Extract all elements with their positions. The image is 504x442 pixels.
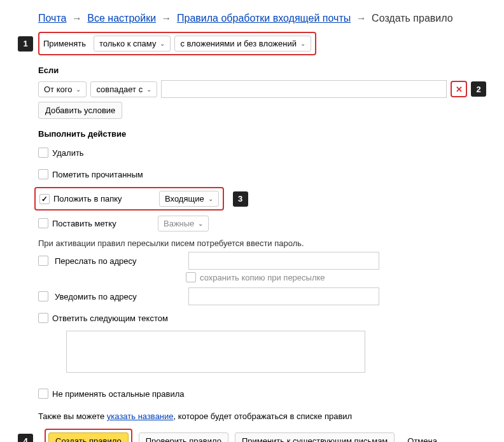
chevron-down-icon: ⌄ — [160, 40, 165, 47]
delete-checkbox[interactable] — [38, 148, 48, 158]
delete-label: Удалить — [52, 148, 84, 158]
notify-checkbox[interactable] — [38, 291, 48, 301]
apply-existing-button[interactable]: Применить к существующим письмам — [235, 432, 395, 442]
reply-checkbox[interactable] — [38, 313, 48, 323]
add-condition-button[interactable]: Добавить условие — [38, 102, 122, 119]
apply-group: Применять только к спаму ⌄ с вложениями … — [38, 32, 316, 55]
callout-1: 1 — [18, 36, 33, 52]
notify-address-input[interactable] — [188, 287, 379, 305]
label-select[interactable]: Важные ⌄ — [158, 216, 209, 231]
arrow-icon: → — [162, 13, 172, 24]
chevron-down-icon: ⌄ — [198, 220, 203, 227]
forward-address-input[interactable] — [188, 252, 379, 270]
callout-2: 2 — [471, 81, 486, 97]
chevron-down-icon: ⌄ — [146, 86, 151, 93]
condition-match-select[interactable]: совпадает с ⌄ — [90, 81, 157, 97]
notify-label: Уведомить по адресу — [55, 292, 182, 301]
forward-checkbox[interactable] — [38, 256, 48, 266]
breadcrumb-current: Создать правило — [372, 13, 453, 24]
actions-section: Выполнить действие Удалить Пометить проч… — [38, 129, 491, 421]
skip-others-label: Не применять остальные правила — [52, 389, 184, 399]
breadcrumb-settings[interactable]: Все настройки — [87, 13, 156, 24]
chevron-down-icon: ⌄ — [300, 40, 305, 47]
condition-match-value: совпадает с — [96, 85, 143, 94]
apply-spam-select[interactable]: только к спаму ⌄ — [94, 36, 171, 52]
cancel-link[interactable]: Отмена — [407, 436, 437, 442]
breadcrumb: Почта → Все настройки → Правила обработк… — [38, 13, 491, 24]
footer-note: Также вы можете указать название, которо… — [38, 411, 491, 421]
close-icon: ✕ — [456, 85, 463, 94]
folder-select[interactable]: Входящие ⌄ — [159, 191, 219, 207]
mark-read-label: Пометить прочитанным — [52, 170, 143, 179]
forward-label: Переслать по адресу — [55, 256, 182, 266]
reply-text-input[interactable] — [66, 331, 365, 373]
chevron-down-icon: ⌄ — [76, 86, 81, 93]
breadcrumb-mail[interactable]: Почта — [38, 13, 66, 24]
keep-copy-label: сохранить копию при пересылке — [200, 273, 325, 282]
set-label-checkbox[interactable] — [38, 218, 48, 228]
folder-select-value: Входящие — [165, 194, 204, 204]
create-rule-highlight: Создать правило — [45, 429, 132, 442]
set-name-link[interactable]: указать название — [107, 411, 174, 421]
condition-section: Если От кого ⌄ совпадает с ⌄ ✕ 2 Добавит… — [38, 66, 491, 119]
move-folder-group: Положить в папку Входящие ⌄ — [34, 187, 224, 211]
apply-spam-value: только к спаму — [99, 39, 156, 48]
callout-4: 4 — [18, 434, 33, 443]
apply-attachments-value: с вложениями и без вложений — [180, 39, 297, 48]
footer-note-before: Также вы можете — [38, 411, 107, 421]
remove-condition-button[interactable]: ✕ — [451, 81, 467, 97]
condition-field-select[interactable]: От кого ⌄ — [38, 81, 87, 97]
footer-note-after: , которое будет отображаться в списке пр… — [174, 411, 353, 421]
move-folder-label: Положить в папку — [53, 194, 155, 204]
label-select-value: Важные — [164, 219, 194, 228]
condition-field-value: От кого — [44, 85, 72, 94]
set-label-label: Поставить метку — [52, 219, 154, 228]
move-folder-checkbox[interactable] — [39, 194, 50, 204]
mark-read-checkbox[interactable] — [38, 169, 48, 179]
condition-title: Если — [38, 66, 491, 75]
check-rule-button[interactable]: Проверить правило — [139, 432, 228, 442]
arrow-icon: → — [72, 13, 82, 24]
create-rule-button[interactable]: Создать правило — [48, 432, 129, 442]
forward-help-text: При активации правил пересылки писем пот… — [38, 238, 491, 248]
reply-label: Ответить следующим текстом — [52, 314, 168, 323]
skip-others-checkbox[interactable] — [38, 389, 48, 399]
actions-title: Выполнить действие — [38, 129, 491, 139]
keep-copy-checkbox[interactable] — [186, 272, 196, 282]
chevron-down-icon: ⌄ — [208, 195, 213, 202]
apply-label: Применять — [43, 39, 86, 48]
arrow-icon: → — [356, 13, 367, 24]
condition-value-input[interactable] — [161, 80, 447, 98]
callout-3: 3 — [233, 191, 248, 207]
breadcrumb-rules[interactable]: Правила обработки входящей почты — [177, 13, 351, 24]
apply-attachments-select[interactable]: с вложениями и без вложений ⌄ — [174, 36, 311, 52]
